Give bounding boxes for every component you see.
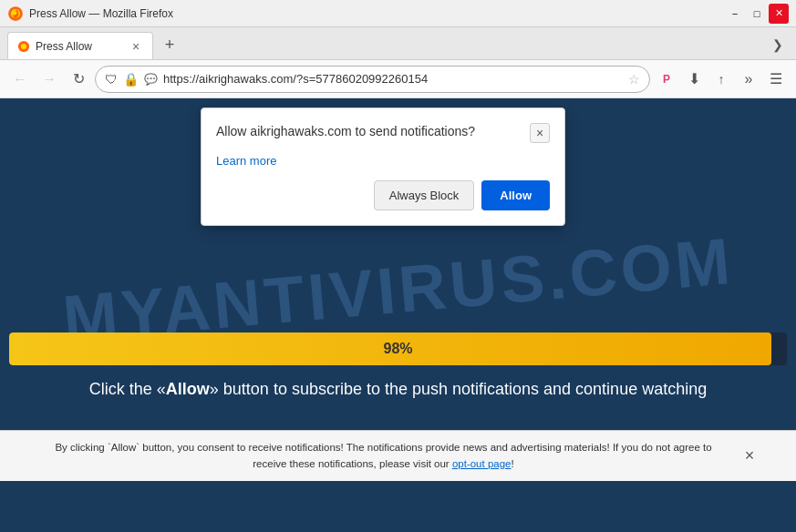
progress-section: 98% Click the «Allow» button to subscrib… — [0, 332, 796, 399]
tab-title: Press Allow — [36, 40, 123, 53]
shield-icon: 🛡 — [105, 72, 118, 87]
extensions-button[interactable]: » — [736, 66, 761, 92]
pocket-button[interactable]: P — [654, 66, 679, 92]
titlebar: Press Allow — Mozilla Firefox − □ ✕ — [0, 0, 796, 27]
close-button[interactable]: ✕ — [769, 4, 789, 24]
popup-title: Allow aikrighawaks.com to send notificat… — [216, 123, 522, 139]
content-area: MYANTIVIRUS.COM Allow aikrighawaks.com t… — [0, 98, 796, 481]
notification-popup: Allow aikrighawaks.com to send notificat… — [201, 107, 565, 226]
bottom-bar-close-button[interactable]: × — [739, 446, 760, 466]
tabbar: Press Allow × + ❯ — [0, 27, 796, 60]
url-bar[interactable]: 🛡 🔒 💬 ☆ — [95, 66, 650, 93]
bookmark-star-icon[interactable]: ☆ — [628, 72, 640, 87]
popup-close-button[interactable]: × — [530, 123, 550, 143]
url-input[interactable] — [163, 72, 623, 86]
forward-button[interactable]: → — [36, 66, 62, 92]
active-tab[interactable]: Press Allow × — [7, 32, 153, 59]
window-title: Press Allow — Mozilla Firefox — [29, 7, 173, 20]
progress-bar-container: 98% — [9, 332, 787, 365]
tab-overflow-chevron[interactable]: ❯ — [767, 34, 789, 56]
titlebar-controls: − □ ✕ — [725, 4, 789, 24]
svg-point-3 — [21, 43, 26, 48]
popup-header: Allow aikrighawaks.com to send notificat… — [216, 123, 550, 143]
popup-buttons: Always Block Allow — [216, 180, 550, 210]
new-tab-button[interactable]: + — [157, 32, 182, 57]
bottom-text-part1: By clicking `Allow` button, you consent … — [55, 442, 711, 453]
cta-after: » button to subscribe to the push notifi… — [210, 380, 707, 398]
cta-text: Click the «Allow» button to subscribe to… — [89, 380, 707, 399]
share-button[interactable]: ↑ — [708, 66, 734, 92]
notification-icon: 💬 — [144, 73, 158, 86]
cta-allow-highlight: Allow — [166, 380, 210, 398]
menu-button[interactable]: ☰ — [763, 66, 789, 92]
bottom-bar-text: By clicking `Allow` button, you consent … — [36, 440, 730, 472]
bottom-text-part2: receive these notifications, please visi… — [253, 458, 452, 469]
reload-button[interactable]: ↻ — [66, 66, 91, 92]
allow-button[interactable]: Allow — [481, 180, 550, 210]
always-block-button[interactable]: Always Block — [374, 180, 475, 210]
bottom-notification-bar: By clicking `Allow` button, you consent … — [0, 430, 796, 481]
tab-close-button[interactable]: × — [129, 39, 143, 54]
cta-before: Click the « — [89, 380, 166, 398]
bottom-text-part3: ! — [512, 458, 514, 469]
firefox-icon — [7, 5, 24, 22]
tab-favicon — [17, 40, 30, 53]
progress-text: 98% — [383, 341, 412, 357]
lock-icon: 🔒 — [123, 72, 139, 87]
minimize-button[interactable]: − — [725, 4, 745, 24]
learn-more-link[interactable]: Learn more — [216, 154, 276, 168]
titlebar-left: Press Allow — Mozilla Firefox — [7, 5, 173, 22]
opt-out-link[interactable]: opt-out page — [452, 458, 512, 469]
downloads-button[interactable]: ⬇ — [681, 66, 707, 92]
maximize-button[interactable]: □ — [747, 4, 767, 24]
back-button[interactable]: ← — [7, 66, 33, 92]
nav-extra-buttons: P ⬇ ↑ » ☰ — [654, 66, 789, 92]
navbar: ← → ↻ 🛡 🔒 💬 ☆ P ⬇ ↑ » ☰ — [0, 60, 796, 98]
